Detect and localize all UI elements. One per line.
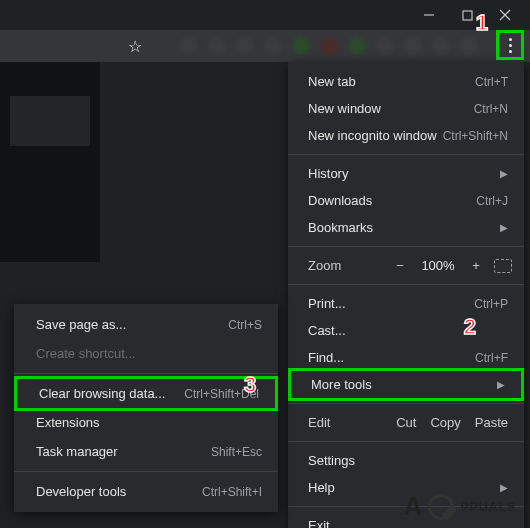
menu-cast[interactable]: Cast... — [288, 317, 524, 344]
submenu-clear-browsing-data[interactable]: Clear browsing data... Ctrl+Shift+Del — [14, 376, 278, 411]
menu-shortcut: Ctrl+F — [475, 351, 508, 365]
menu-shortcut: Shift+Esc — [211, 445, 262, 459]
menu-label: Find... — [308, 350, 344, 365]
menu-label: Print... — [308, 296, 346, 311]
magnifier-icon — [428, 494, 454, 520]
close-button[interactable] — [498, 9, 512, 21]
svg-rect-1 — [463, 11, 472, 20]
menu-shortcut: Ctrl+T — [475, 75, 508, 89]
menu-new-tab[interactable]: New tab Ctrl+T — [288, 68, 524, 95]
submenu-create-shortcut: Create shortcut... — [14, 339, 278, 368]
annotation-marker-1: 1 — [476, 10, 488, 36]
edit-cut-button[interactable]: Cut — [396, 415, 416, 430]
menu-label: Downloads — [308, 193, 372, 208]
menu-separator — [14, 471, 278, 472]
menu-label: More tools — [311, 377, 372, 392]
menu-separator — [288, 246, 524, 247]
watermark-letter: A — [403, 491, 422, 522]
minimize-button[interactable] — [422, 9, 436, 21]
page-background — [0, 62, 100, 262]
kebab-icon — [509, 38, 512, 53]
minimize-icon — [423, 9, 435, 21]
menu-zoom: Zoom − 100% + — [288, 252, 524, 279]
menu-label: New incognito window — [308, 128, 437, 143]
chevron-right-icon: ▶ — [500, 222, 508, 233]
watermark: A PPUALS — [403, 491, 516, 522]
submenu-extensions[interactable]: Extensions — [14, 408, 278, 437]
zoom-out-button[interactable]: − — [392, 258, 408, 273]
annotation-marker-3: 3 — [244, 372, 256, 398]
menu-shortcut: Ctrl+Shift+I — [202, 485, 262, 499]
extension-icons-blur — [180, 37, 478, 55]
menu-label: New tab — [308, 74, 356, 89]
menu-shortcut: Ctrl+S — [228, 318, 262, 332]
submenu-save-page[interactable]: Save page as... Ctrl+S — [14, 310, 278, 339]
watermark-text: PPUALS — [460, 499, 516, 514]
menu-label: Clear browsing data... — [39, 386, 165, 401]
menu-label: Save page as... — [36, 317, 126, 332]
menu-separator — [288, 403, 524, 404]
menu-history[interactable]: History ▶ — [288, 160, 524, 187]
menu-shortcut: Ctrl+J — [476, 194, 508, 208]
edit-paste-button[interactable]: Paste — [475, 415, 508, 430]
menu-print[interactable]: Print... Ctrl+P — [288, 290, 524, 317]
annotation-marker-2: 2 — [464, 314, 476, 340]
menu-separator — [288, 284, 524, 285]
maximize-button[interactable] — [460, 10, 474, 21]
menu-find[interactable]: Find... Ctrl+F — [288, 344, 524, 371]
maximize-icon — [462, 10, 473, 21]
menu-label: History — [308, 166, 348, 181]
edit-copy-button[interactable]: Copy — [430, 415, 460, 430]
menu-label: Task manager — [36, 444, 118, 459]
browser-toolbar: ☆ — [0, 30, 530, 62]
main-menu: New tab Ctrl+T New window Ctrl+N New inc… — [288, 62, 524, 528]
menu-label: Exit — [308, 518, 330, 528]
main-menu-button[interactable] — [496, 30, 524, 60]
menu-edit: Edit Cut Copy Paste — [288, 409, 524, 436]
close-icon — [499, 9, 511, 21]
menu-bookmarks[interactable]: Bookmarks ▶ — [288, 214, 524, 241]
menu-shortcut: Ctrl+N — [474, 102, 508, 116]
menu-label: Help — [308, 480, 335, 495]
menu-settings[interactable]: Settings — [288, 447, 524, 474]
menu-more-tools[interactable]: More tools ▶ — [288, 368, 524, 401]
page-panel — [10, 96, 90, 146]
zoom-value: 100% — [418, 258, 458, 273]
menu-downloads[interactable]: Downloads Ctrl+J — [288, 187, 524, 214]
menu-label: Cast... — [308, 323, 346, 338]
zoom-in-button[interactable]: + — [468, 258, 484, 273]
more-tools-submenu: Save page as... Ctrl+S Create shortcut..… — [14, 304, 278, 512]
menu-label: Create shortcut... — [36, 346, 136, 361]
menu-label: Extensions — [36, 415, 100, 430]
zoom-label: Zoom — [308, 258, 341, 273]
menu-separator — [14, 373, 278, 374]
submenu-developer-tools[interactable]: Developer tools Ctrl+Shift+I — [14, 477, 278, 506]
chevron-right-icon: ▶ — [500, 168, 508, 179]
menu-shortcut: Ctrl+Shift+N — [443, 129, 508, 143]
edit-label: Edit — [308, 415, 330, 430]
bookmark-star-icon[interactable]: ☆ — [128, 37, 142, 56]
submenu-task-manager[interactable]: Task manager Shift+Esc — [14, 437, 278, 466]
menu-shortcut: Ctrl+P — [474, 297, 508, 311]
menu-label: Developer tools — [36, 484, 126, 499]
menu-label: Bookmarks — [308, 220, 373, 235]
menu-new-incognito[interactable]: New incognito window Ctrl+Shift+N — [288, 122, 524, 149]
-separator — [288, 441, 524, 442]
fullscreen-button[interactable] — [494, 259, 512, 273]
chevron-right-icon: ▶ — [497, 379, 505, 390]
menu-new-window[interactable]: New window Ctrl+N — [288, 95, 524, 122]
menu-separator — [288, 154, 524, 155]
menu-label: New window — [308, 101, 381, 116]
menu-label: Settings — [308, 453, 355, 468]
